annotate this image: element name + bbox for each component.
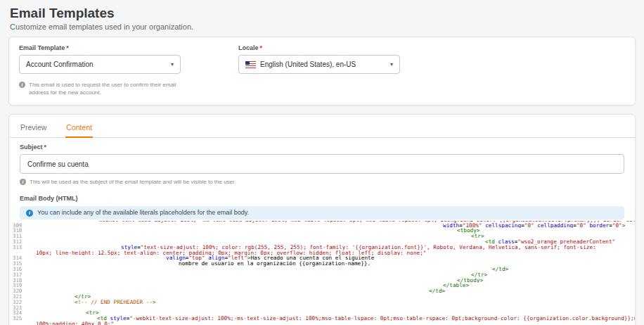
info-circle-icon: i bbox=[19, 82, 25, 88]
code-line[interactable]: 10px; line-height: 12.5px; text-align: c… bbox=[9, 250, 635, 256]
locale-value-text: English (United States), en-US bbox=[260, 60, 356, 68]
code-line-content bbox=[30, 305, 635, 311]
code-line-content: </tbody> bbox=[30, 278, 635, 283]
email-template-hint-text: This email is used to request the user t… bbox=[29, 81, 176, 96]
locale-label: Locale* bbox=[238, 44, 400, 51]
subject-hint-text: This will be used as the subject of the … bbox=[30, 178, 236, 186]
locale-dropdown[interactable]: English (United States), en-US ▾ bbox=[238, 55, 400, 74]
chevron-down-icon: ▾ bbox=[390, 62, 393, 68]
code-line-content: <tbody> bbox=[30, 228, 635, 234]
code-line-content: </tr> bbox=[30, 272, 635, 278]
code-line[interactable]: 317</tr> bbox=[9, 272, 635, 278]
code-line[interactable]: 319</table> bbox=[9, 283, 635, 288]
template-selection-form: Email Template* Account Confirmation ▾ i… bbox=[19, 44, 625, 96]
code-line-content: width="100%" cellspacing="0" cellpadding… bbox=[30, 223, 635, 229]
code-line[interactable]: 314valign="top" align="left">Has creado … bbox=[9, 255, 635, 261]
template-selection-card: Email Template* Account Confirmation ▾ i… bbox=[8, 37, 636, 106]
code-line-content: 10px; line-height: 12.5px; text-align: c… bbox=[30, 250, 635, 256]
code-line-content: <td style="-webkit-text-size-adjust: 100… bbox=[30, 316, 635, 321]
us-flag-icon bbox=[245, 61, 256, 68]
page-title: Email Templates bbox=[10, 6, 636, 21]
content-tab-panel: Subject* i This will be used as the subj… bbox=[9, 138, 635, 325]
code-line-content: <tr> bbox=[30, 234, 635, 239]
required-asterisk: * bbox=[44, 144, 47, 151]
code-editor[interactable]: -webkit-text-size-adjust: 100%; -ms-text… bbox=[9, 221, 635, 325]
tab-preview[interactable]: Preview bbox=[20, 115, 47, 137]
page-subtitle: Customize email templates used in your o… bbox=[10, 23, 636, 31]
tab-bar: Preview Content bbox=[9, 115, 635, 138]
code-line-content: nombre de usuario en la organización {{o… bbox=[30, 261, 635, 267]
locale-label-text: Locale bbox=[238, 44, 259, 51]
template-content-card: Preview Content Subject* i This will be … bbox=[8, 114, 636, 325]
code-line[interactable]: 310<tbody> bbox=[9, 228, 635, 234]
line-number bbox=[9, 321, 30, 325]
code-line[interactable]: 325<td style="-webkit-text-size-adjust: … bbox=[9, 316, 635, 321]
email-template-dropdown[interactable]: Account Confirmation ▾ bbox=[19, 55, 181, 74]
required-asterisk: * bbox=[66, 44, 69, 51]
code-line[interactable]: 100%;padding: 40px 0 0;" bbox=[9, 321, 635, 325]
subject-label: Subject* bbox=[20, 144, 624, 151]
tab-content[interactable]: Content bbox=[65, 115, 93, 138]
chevron-down-icon: ▾ bbox=[171, 62, 174, 68]
email-templates-page: Email Templates Customize email template… bbox=[0, 0, 644, 325]
code-line-content: </tr> bbox=[30, 294, 635, 300]
code-line[interactable]: 322<!-- // END PREHEADER --> bbox=[9, 300, 635, 305]
locale-selected-value: English (United States), en-US bbox=[245, 60, 356, 68]
code-line-content: <td class="wso2_orange preheaderContent" bbox=[30, 239, 635, 245]
email-template-label: Email Template* bbox=[19, 44, 181, 51]
code-editor-lines: -webkit-text-size-adjust: 100%; -ms-text… bbox=[9, 221, 635, 325]
code-line[interactable]: 324<tr> bbox=[9, 310, 635, 316]
code-line-content: valign="top" align="left">Has creado una… bbox=[30, 255, 635, 261]
placeholders-info-banner: i You can include any of the available l… bbox=[20, 206, 624, 219]
email-template-hint: i This email is used to request the user… bbox=[19, 81, 181, 96]
code-line[interactable]: 309width="100%" cellspacing="0" cellpadd… bbox=[9, 223, 635, 229]
banner-text: You can include any of the available lit… bbox=[37, 209, 249, 217]
code-line-content: style="text-size-adjust: 100%; color: rg… bbox=[30, 245, 635, 250]
code-line[interactable]: 313style="text-size-adjust: 100%; color:… bbox=[9, 245, 635, 250]
info-circle-icon: i bbox=[20, 179, 26, 185]
email-template-field: Email Template* Account Confirmation ▾ i… bbox=[19, 44, 181, 96]
code-line-content: <!-- // END PREHEADER --> bbox=[30, 300, 635, 305]
info-circle-icon: i bbox=[26, 210, 33, 217]
locale-field: Locale* English (United States), en-US ▾ bbox=[238, 44, 400, 96]
code-line[interactable]: 320</td> bbox=[9, 288, 635, 294]
email-template-selected-value: Account Confirmation bbox=[26, 60, 94, 68]
code-line[interactable]: 315nombre de usuario en la organización … bbox=[9, 261, 635, 267]
code-line[interactable]: 323 bbox=[9, 305, 635, 311]
code-line-content: 100%;padding: 40px 0 0;" bbox=[30, 321, 635, 325]
subject-label-text: Subject bbox=[20, 144, 43, 151]
email-body-label: Email Body (HTML) bbox=[20, 195, 624, 203]
code-line[interactable]: 311<tr> bbox=[9, 234, 635, 239]
code-line-content: </td> bbox=[30, 267, 635, 272]
code-line-content: <tr> bbox=[30, 310, 635, 316]
code-line-content: </table> bbox=[30, 283, 635, 288]
subject-hint: i This will be used as the subject of th… bbox=[20, 178, 624, 186]
code-line-content: </td> bbox=[30, 288, 635, 294]
subject-input[interactable] bbox=[20, 154, 624, 174]
code-line[interactable]: 316</td> bbox=[9, 267, 635, 272]
code-line[interactable]: 321</tr> bbox=[9, 294, 635, 300]
line-number: 325 bbox=[9, 316, 30, 321]
code-line[interactable]: 312<td class="wso2_orange preheaderConte… bbox=[9, 239, 635, 245]
required-asterisk: * bbox=[260, 44, 263, 51]
code-line[interactable]: 318</tbody> bbox=[9, 278, 635, 283]
line-number: 313 bbox=[9, 245, 30, 250]
email-template-label-text: Email Template bbox=[19, 44, 65, 51]
